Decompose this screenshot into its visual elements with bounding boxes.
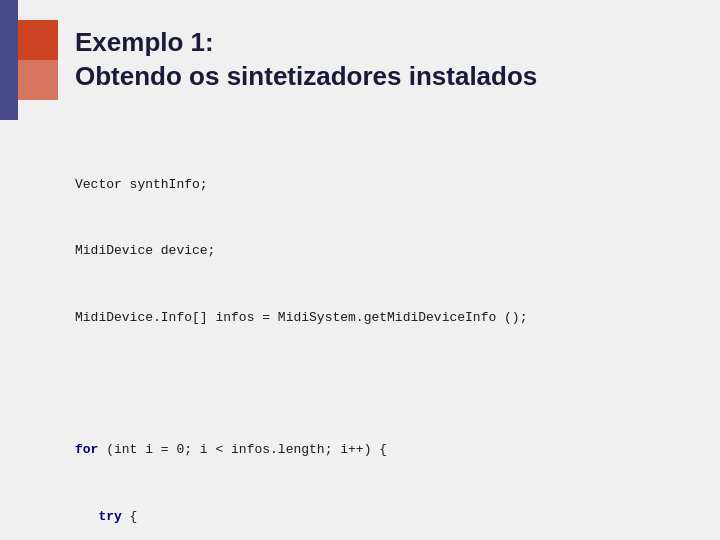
code-line-1: Vector synthInfo; [75, 174, 690, 196]
keyword-for: for [75, 442, 98, 457]
code-line-blank [75, 373, 690, 395]
title-line1: Exemplo 1: [75, 26, 700, 60]
code-line-2: MidiDevice device; [75, 240, 690, 262]
decoration [0, 0, 60, 120]
code-line-4: for (int i = 0; i < infos.length; i++) { [75, 439, 690, 461]
deco-blue-bottom [0, 60, 18, 120]
slide: Exemplo 1: Obtendo os sintetizadores ins… [0, 0, 720, 540]
keyword-try: try [98, 509, 121, 524]
title-line2: Obtendo os sintetizadores instalados [75, 60, 700, 94]
code-content: Vector synthInfo; MidiDevice device; Mid… [0, 110, 720, 540]
deco-blue-top [0, 0, 18, 60]
code-line-5: try { [75, 506, 690, 528]
slide-header: Exemplo 1: Obtendo os sintetizadores ins… [0, 0, 720, 110]
code-block: Vector synthInfo; MidiDevice device; Mid… [75, 130, 690, 540]
deco-orange-bottom [18, 60, 58, 100]
deco-orange-square [18, 20, 58, 60]
code-line-3: MidiDevice.Info[] infos = MidiSystem.get… [75, 307, 690, 329]
